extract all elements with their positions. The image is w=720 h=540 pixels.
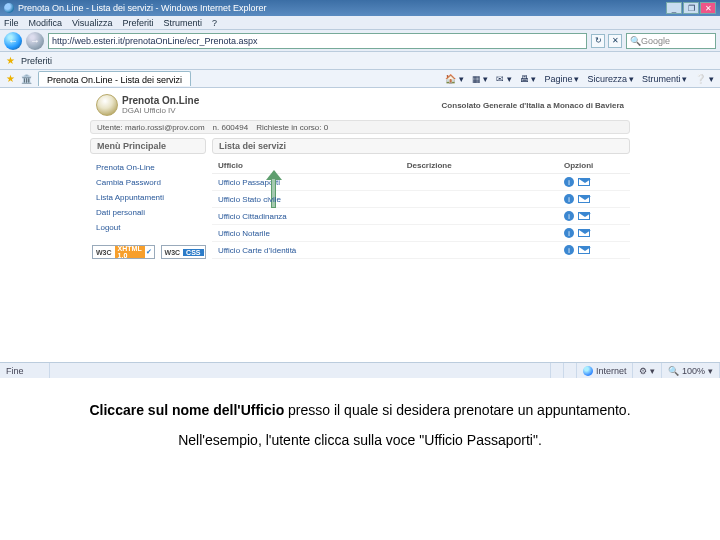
- url-field[interactable]: http://web.esteri.it/prenotaOnLine/ecr_P…: [48, 33, 587, 49]
- status-zone: Internet: [577, 363, 634, 378]
- menu-favorites[interactable]: Preferiti: [122, 18, 153, 28]
- table-row: Ufficio Notarile i: [212, 225, 630, 242]
- window-titlebar: Prenota On.Line - Lista dei servizi - Wi…: [0, 0, 720, 16]
- user-label: Utente: mario.rossi@prov.com: [97, 123, 205, 132]
- pending-label: Richieste in corso: 0: [256, 123, 328, 132]
- stop-button[interactable]: ✕: [608, 34, 622, 48]
- tab-bar: ★ 🏛️ Prenota On.Line - Lista dei servizi…: [0, 70, 720, 88]
- status-cell: [564, 363, 577, 378]
- globe-icon: [583, 366, 593, 376]
- brand-header: Prenota On.Line DGAI Ufficio IV Consolat…: [90, 94, 630, 120]
- table-row: Ufficio Cittadinanza i: [212, 208, 630, 225]
- menu-help[interactable]: ?: [212, 18, 217, 28]
- menu-file[interactable]: File: [4, 18, 19, 28]
- xhtml-badge[interactable]: W3CXHTML 1.0✔: [92, 245, 155, 259]
- col-ufficio: Ufficio: [218, 161, 407, 170]
- service-link-passaporti[interactable]: Ufficio Passaporti: [218, 178, 407, 187]
- feeds-button[interactable]: ▦ ▾: [472, 74, 489, 84]
- table-header: Ufficio Descrizione Opzioni: [212, 158, 630, 174]
- favorites-label[interactable]: Preferiti: [21, 56, 52, 66]
- address-bar: ← → http://web.esteri.it/prenotaOnLine/e…: [0, 30, 720, 52]
- menu-logout[interactable]: Logout: [94, 220, 202, 235]
- ie-icon: [4, 3, 14, 13]
- tab-label: Prenota On.Line - Lista dei servizi: [47, 75, 182, 85]
- toolbar-security[interactable]: Sicurezza ▾: [587, 74, 634, 84]
- favorites-bar: ★ Preferiti: [0, 52, 720, 70]
- menu-bar: File Modifica Visualizza Preferiti Strum…: [0, 16, 720, 30]
- menu-edit[interactable]: Modifica: [29, 18, 63, 28]
- menu-prenota[interactable]: Prenota On-Line: [94, 160, 202, 175]
- home-button[interactable]: 🏠 ▾: [445, 74, 464, 84]
- user-code: n. 600494: [213, 123, 249, 132]
- toolbar-tools[interactable]: Strumenti ▾: [642, 74, 688, 84]
- caption-line-1: Cliccare sul nome dell'Ufficio presso il…: [8, 402, 712, 418]
- menu-dati-personali[interactable]: Dati personali: [94, 205, 202, 220]
- table-row: Ufficio Stato civile i: [212, 191, 630, 208]
- validator-badges: W3CXHTML 1.0✔ W3CCSS✔: [92, 245, 206, 259]
- service-link-cittadinanza[interactable]: Ufficio Cittadinanza: [218, 212, 407, 221]
- maximize-button[interactable]: ❐: [683, 2, 699, 14]
- mail-icon[interactable]: [578, 229, 590, 237]
- col-opzioni: Opzioni: [564, 161, 624, 170]
- protected-mode: ⚙ ▾: [633, 363, 662, 378]
- url-text: http://web.esteri.it/prenotaOnLine/ecr_P…: [52, 36, 258, 46]
- favorites-star-icon[interactable]: ★: [6, 55, 15, 66]
- service-link-carte-identita[interactable]: Ufficio Carte d'Identità: [218, 246, 407, 255]
- minimize-button[interactable]: _: [666, 2, 682, 14]
- brand-title: Prenota On.Line: [122, 95, 199, 106]
- service-link-stato-civile[interactable]: Ufficio Stato civile: [218, 195, 407, 204]
- back-button[interactable]: ←: [4, 32, 22, 50]
- caption-line-2: Nell'esempio, l'utente clicca sulla voce…: [8, 432, 712, 448]
- zoom-level[interactable]: 🔍 100% ▾: [662, 363, 720, 378]
- toolbar-help[interactable]: ❔ ▾: [695, 74, 714, 84]
- fav-add-icon[interactable]: ★: [6, 73, 15, 84]
- page-viewport: Prenota On.Line DGAI Ufficio IV Consolat…: [0, 88, 720, 388]
- menu-tools[interactable]: Strumenti: [163, 18, 202, 28]
- brand-subtitle: DGAI Ufficio IV: [122, 106, 199, 115]
- search-input[interactable]: 🔍 Google: [626, 33, 716, 49]
- slide-caption: Cliccare sul nome dell'Ufficio presso il…: [0, 390, 720, 540]
- status-bar: Fine Internet ⚙ ▾ 🔍 100% ▾: [0, 362, 720, 378]
- menu-view[interactable]: Visualizza: [72, 18, 112, 28]
- table-row: Ufficio Carte d'Identità i: [212, 242, 630, 259]
- table-row: Ufficio Passaporti i: [212, 174, 630, 191]
- mail-icon[interactable]: [578, 195, 590, 203]
- search-placeholder: Google: [641, 36, 670, 46]
- col-descrizione: Descrizione: [407, 161, 564, 170]
- close-button[interactable]: ✕: [700, 2, 716, 14]
- forward-button[interactable]: →: [26, 32, 44, 50]
- status-cell: [551, 363, 564, 378]
- window-title: Prenota On.Line - Lista dei servizi - Wi…: [18, 3, 666, 13]
- info-icon[interactable]: i: [564, 194, 574, 204]
- mail-icon[interactable]: [578, 246, 590, 254]
- service-link-notarile[interactable]: Ufficio Notarile: [218, 229, 407, 238]
- left-panel-title: Menù Principale: [90, 138, 206, 154]
- info-icon[interactable]: i: [564, 211, 574, 221]
- browser-tab[interactable]: Prenota On.Line - Lista dei servizi: [38, 71, 191, 86]
- emblem-small-icon: 🏛️: [21, 74, 32, 84]
- info-icon[interactable]: i: [564, 228, 574, 238]
- menu-cambia-password[interactable]: Cambia Password: [94, 175, 202, 190]
- emblem-icon: [96, 94, 118, 116]
- info-icon[interactable]: i: [564, 177, 574, 187]
- menu-lista-appuntamenti[interactable]: Lista Appuntamenti: [94, 190, 202, 205]
- refresh-button[interactable]: ↻: [591, 34, 605, 48]
- toolbar-pages[interactable]: Pagine ▾: [544, 74, 579, 84]
- mail-button[interactable]: ✉ ▾: [496, 74, 512, 84]
- print-button[interactable]: 🖶 ▾: [520, 74, 537, 84]
- info-icon[interactable]: i: [564, 245, 574, 255]
- mail-icon[interactable]: [578, 212, 590, 220]
- user-bar: Utente: mario.rossi@prov.com n. 600494 R…: [90, 120, 630, 134]
- css-badge[interactable]: W3CCSS✔: [161, 245, 206, 259]
- mail-icon[interactable]: [578, 178, 590, 186]
- right-panel-title: Lista dei servizi: [212, 138, 630, 154]
- status-cell: [538, 363, 551, 378]
- status-done: Fine: [0, 363, 50, 378]
- consulate-name: Consolato Generale d'Italia a Monaco di …: [442, 101, 624, 110]
